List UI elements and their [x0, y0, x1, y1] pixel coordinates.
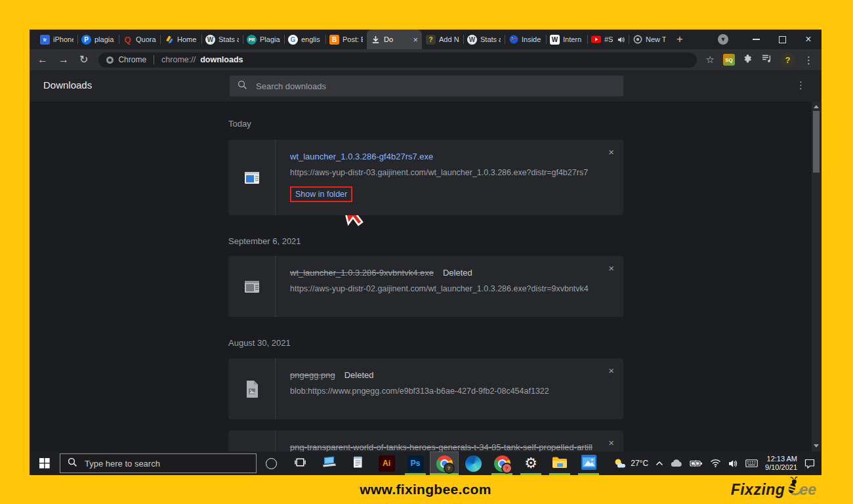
remove-download-icon[interactable]: × [608, 146, 614, 158]
chevron-up-icon[interactable] [655, 461, 663, 466]
tab-plagia[interactable]: Pplagia [77, 30, 119, 49]
playlist-extension-icon[interactable] [762, 54, 772, 66]
chrome-icon: ? [494, 455, 510, 472]
date-label: 9/10/2021 [765, 463, 797, 472]
tab-new-t[interactable]: New T [629, 30, 670, 49]
taskbar-app-pc[interactable] [314, 452, 343, 475]
action-center-icon[interactable] [804, 459, 815, 469]
file-type-icon [228, 140, 276, 215]
taskbar-app-settings[interactable]: ⚙ [516, 452, 545, 475]
download-item: wt_launcher_1.0.3.286-gf4b27rs7.exehttps… [228, 140, 623, 215]
divider [154, 55, 154, 64]
adsense-favicon-icon [164, 35, 174, 45]
tab-audio-icon[interactable] [617, 36, 625, 43]
taskbar-app-task-view[interactable] [285, 452, 314, 475]
file-type-icon [228, 358, 276, 419]
start-button[interactable] [30, 452, 60, 475]
tab-add-n[interactable]: ?Add N [422, 30, 463, 49]
tab-plagia[interactable]: PRPlagia [243, 30, 284, 49]
scrollbar-thumb[interactable] [813, 111, 820, 173]
minimize-button[interactable] [743, 30, 769, 49]
taskbar-app-chrome-profile-1[interactable]: ? [430, 452, 459, 475]
touch-keyboard-icon[interactable] [745, 459, 758, 467]
profile-badge-icon: ? [501, 463, 512, 474]
download-filename: png-transparent-world-of-tanks-heroes-ge… [290, 442, 593, 452]
tab-do[interactable]: Do× [367, 30, 422, 49]
remove-download-icon[interactable]: × [608, 262, 614, 274]
battery-icon[interactable] [690, 459, 703, 467]
downloads-search[interactable] [230, 75, 623, 96]
download-details: pngegg.pngDeletedblob:https://www.pngegg… [276, 358, 623, 419]
browser-menu-icon[interactable]: ⋮ [804, 55, 814, 65]
onedrive-icon[interactable] [671, 459, 682, 467]
tab-title: iPhone [53, 35, 73, 43]
taskbar-app-illustrator[interactable]: Ai [372, 452, 401, 475]
cortana-button[interactable] [257, 452, 285, 475]
tab-post-e[interactable]: BPost: E [325, 30, 367, 49]
tab-close-icon[interactable]: × [413, 35, 418, 44]
browser-window: triPhonePplagiaQQuoraHomeWStats aPRPlagi… [30, 30, 822, 452]
scroll-up-icon[interactable] [812, 102, 821, 111]
edge-icon [465, 455, 482, 472]
tab-stats-a[interactable]: WStats a [201, 30, 243, 49]
wifi-icon[interactable] [710, 459, 721, 468]
back-icon[interactable]: ← [37, 54, 48, 65]
tab-inside[interactable]: Inside [505, 30, 546, 49]
reload-icon[interactable]: ↻ [79, 54, 88, 65]
download-filename[interactable]: wt_launcher_1.0.3.286-gf4b27rs7.exe [290, 152, 433, 161]
taskbar-search-input[interactable] [83, 458, 256, 469]
taskbar-app-photoshop[interactable]: Ps [401, 452, 430, 475]
taskbar-app-chrome-profile-2[interactable]: ? [488, 452, 516, 475]
scroll-down-icon[interactable] [812, 442, 821, 450]
tr-favicon-icon: tr [40, 35, 50, 45]
downloads-header: Downloads ⋮ [30, 70, 822, 102]
tab-search-icon[interactable]: ▼ [718, 34, 728, 45]
nasa-favicon-icon [509, 35, 518, 45]
tab-stats-a[interactable]: WStats a [463, 30, 505, 49]
tab-title: Intern [563, 35, 583, 43]
watermark-banner: www.fixingbee.com Fixzing ee [30, 475, 822, 504]
chrome-icon: ? [436, 455, 453, 472]
volume-icon[interactable] [728, 459, 738, 468]
show-in-folder-link[interactable]: Show in folder [290, 186, 352, 202]
restore-button[interactable] [769, 30, 795, 49]
remove-download-icon[interactable]: × [608, 365, 614, 376]
remove-download-icon[interactable]: × [608, 437, 614, 448]
chrome-page-icon [106, 56, 114, 64]
taskbar-app-notepad[interactable] [343, 452, 372, 475]
windows-logo-icon [39, 458, 50, 469]
forward-icon[interactable]: → [58, 54, 69, 65]
clock[interactable]: 12:13 AM9/10/2021 [765, 455, 797, 472]
tab-intern[interactable]: WIntern [546, 30, 587, 49]
download-url: https://aws-yup-distr-02.gaijinent.com/w… [290, 284, 597, 293]
tab-iphone[interactable]: triPhone [36, 30, 77, 49]
sq-extension-icon[interactable]: SQ [723, 54, 735, 66]
tab-home[interactable]: Home [160, 30, 201, 49]
tab-englis[interactable]: Genglis [284, 30, 325, 49]
downloads-menu-icon[interactable]: ⋮ [796, 80, 806, 90]
extensions-puzzle-icon[interactable] [743, 54, 753, 66]
tab-title: Quora [136, 35, 156, 43]
taskbar-app-edge[interactable] [459, 452, 488, 475]
tab--s[interactable]: #S [587, 30, 629, 49]
search-icon [238, 80, 247, 93]
date-heading: September 6, 2021 [228, 236, 301, 246]
taskbar-search[interactable] [60, 453, 257, 473]
taskbar-app-photos[interactable] [574, 452, 603, 475]
search-input[interactable] [255, 81, 615, 92]
weather-icon[interactable]: 27°C [614, 458, 648, 469]
settings-gear-icon: ⚙ [524, 456, 537, 471]
new-tab-button[interactable]: + [676, 33, 683, 46]
bookmark-star-icon[interactable]: ☆ [706, 54, 715, 66]
tab-quora[interactable]: QQuora [119, 30, 160, 49]
close-button[interactable]: × [795, 30, 822, 49]
scrollbar[interactable] [812, 102, 821, 452]
profile-avatar[interactable]: ? [780, 52, 795, 68]
download-details: wt_launcher_1.0.3.286-9xvbntvk4.exeDelet… [276, 256, 623, 317]
download-details: png-transparent-world-of-tanks-heroes-ge… [276, 430, 623, 452]
tab-list: triPhonePplagiaQQuoraHomeWStats aPRPlagi… [30, 30, 670, 49]
download-url: https://aws-yup-distr-03.gaijinent.com/w… [290, 168, 597, 177]
taskbar-app-file-explorer[interactable] [545, 452, 574, 475]
address-bar[interactable]: Chrome chrome:// downloads [98, 52, 696, 68]
illustrator-icon: Ai [379, 455, 395, 472]
